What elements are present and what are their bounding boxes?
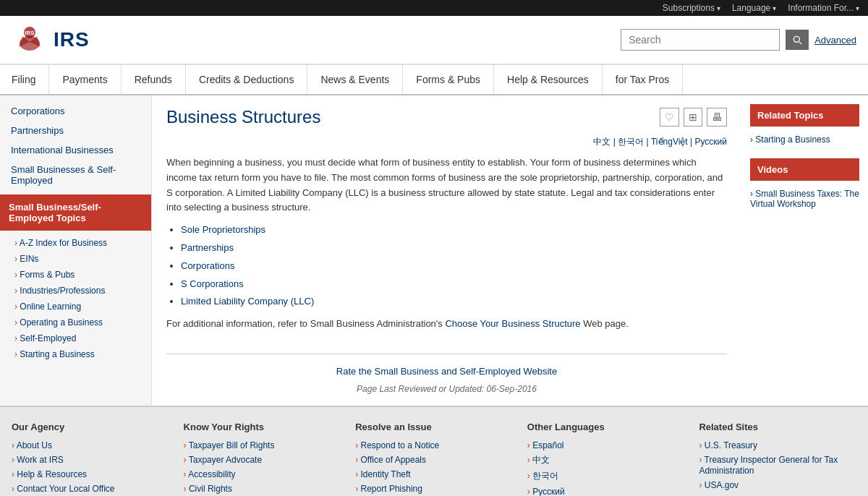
search-button[interactable] xyxy=(786,30,809,50)
print-button[interactable]: 🖶 xyxy=(707,108,727,127)
sidebar-starting-business[interactable]: Starting a Business xyxy=(0,346,151,362)
footer-office-appeals[interactable]: Office of Appeals xyxy=(355,455,426,465)
logo-text: IRS xyxy=(54,28,90,51)
sidebar-small-businesses[interactable]: Small Businesses & Self-Employed xyxy=(0,160,151,190)
sidebar-forms-pubs[interactable]: Forms & Pubs xyxy=(0,267,151,283)
svg-text:IRS: IRS xyxy=(25,30,35,36)
nav-payments[interactable]: Payments xyxy=(49,65,121,94)
link-sole-proprietorships[interactable]: Sole Proprietorships xyxy=(181,224,265,235)
footer-related-sites-heading: Related Sites xyxy=(699,422,856,432)
footer-chinese[interactable]: 中文 xyxy=(527,455,550,465)
footer-columns: Our Agency About Us Work at IRS Help & R… xyxy=(12,422,856,496)
nav-filing[interactable]: Filing xyxy=(0,65,49,94)
footer-our-agency-heading: Our Agency xyxy=(12,422,169,432)
sidebar-self-employed[interactable]: Self-Employed xyxy=(0,330,151,346)
sidebar-eins[interactable]: EINs xyxy=(0,251,151,267)
footer-respond-notice[interactable]: Respond to a Notice xyxy=(355,440,439,450)
sidebar-sub-links: A-Z Index for Business EINs Forms & Pubs… xyxy=(0,235,151,362)
footer-contact-local-office[interactable]: Contact Your Local Office xyxy=(12,484,115,494)
content-actions: ♡ ⊞ 🖶 xyxy=(660,108,727,127)
footer-taxpayer-advocate[interactable]: Taxpayer Advocate xyxy=(184,455,263,465)
footer-identity-theft[interactable]: Identity Theft xyxy=(355,469,411,479)
subscriptions-arrow: ▾ xyxy=(717,4,720,12)
information-for-btn[interactable]: Information For... ▾ xyxy=(788,3,859,13)
footer-accessibility[interactable]: Accessibility xyxy=(184,469,236,479)
footer-work-at-irs[interactable]: Work at IRS xyxy=(12,455,64,465)
footer-resolve-issue-heading: Resolve an Issue xyxy=(355,422,513,432)
sidebar: Corporations Partnerships International … xyxy=(0,95,152,406)
link-partnerships[interactable]: Partnerships xyxy=(181,242,234,253)
logo[interactable]: IRS IRS xyxy=(12,22,90,58)
language-arrow: ▾ xyxy=(773,4,776,12)
footer-usa-gov[interactable]: USA.gov xyxy=(699,480,739,490)
choose-business-structure-link[interactable]: Choose Your Business Structure xyxy=(445,318,580,329)
link-llc[interactable]: Limited Liability Company (LLC) xyxy=(181,296,314,307)
footer-know-your-rights: Know Your Rights Taxpayer Bill of Rights… xyxy=(184,422,341,496)
additional-info-paragraph: For additional information, refer to Sma… xyxy=(166,317,727,332)
videos-box: Videos xyxy=(750,158,859,181)
sidebar-top-section: Corporations Partnerships International … xyxy=(0,101,151,190)
language-links: 中文 | 한국어 | TiếngViệt | Русский xyxy=(166,136,727,148)
sidebar-active-section: Small Business/Self-Employed Topics xyxy=(0,194,151,231)
footer-help-resources[interactable]: Help & Resources xyxy=(12,469,87,479)
bookmark-button[interactable]: ♡ xyxy=(660,108,679,127)
nav-refunds[interactable]: Refunds xyxy=(122,65,186,94)
footer-other-languages-heading: Other Languages xyxy=(527,422,685,432)
sidebar-industries[interactable]: Industries/Professions xyxy=(0,283,151,299)
footer-civil-rights[interactable]: Civil Rights xyxy=(184,484,232,494)
content-area: Business Structures ♡ ⊞ 🖶 中文 | 한국어 | Tiế… xyxy=(152,95,741,406)
header: IRS IRS Advanced xyxy=(0,16,868,64)
nav-help-resources[interactable]: Help & Resources xyxy=(494,65,603,94)
sidebar-az-index[interactable]: A-Z Index for Business xyxy=(0,235,151,251)
content-body: When beginning a business, you must deci… xyxy=(166,155,727,332)
subscriptions-btn[interactable]: Subscriptions ▾ xyxy=(663,3,720,13)
sidebar-operating-business[interactable]: Operating a Business xyxy=(0,315,151,330)
language-btn[interactable]: Language ▾ xyxy=(732,3,776,13)
nav-credits-deductions[interactable]: Credits & Deductions xyxy=(186,65,308,94)
footer-resolve-issue: Resolve an Issue Respond to a Notice Off… xyxy=(355,422,513,496)
lang-russian[interactable]: Русский xyxy=(694,137,727,147)
lang-chinese[interactable]: 中文 xyxy=(593,137,610,147)
sidebar-online-learning[interactable]: Online Learning xyxy=(0,299,151,315)
related-topics-box: Related Topics xyxy=(750,104,859,127)
footer-espanol[interactable]: Español xyxy=(527,440,564,450)
footer-about-us[interactable]: About Us xyxy=(12,440,52,450)
video-small-business-taxes[interactable]: Small Business Taxes: The Virtual Worksh… xyxy=(750,187,859,211)
footer-our-agency: Our Agency About Us Work at IRS Help & R… xyxy=(12,422,169,496)
content-header: Business Structures ♡ ⊞ 🖶 xyxy=(166,107,727,127)
footer-russian[interactable]: Русский xyxy=(527,487,565,496)
main-nav: Filing Payments Refunds Credits & Deduct… xyxy=(0,64,868,95)
information-for-arrow: ▾ xyxy=(856,4,859,12)
link-s-corporations[interactable]: S Corporations xyxy=(181,278,244,289)
search-icon xyxy=(791,34,803,46)
page-title: Business Structures xyxy=(166,107,660,127)
footer-us-treasury[interactable]: U.S. Treasury xyxy=(699,440,757,450)
lang-korean[interactable]: 한국어 xyxy=(618,137,644,147)
page-updated: Page Last Reviewed or Updated: 06-Sep-20… xyxy=(166,384,727,394)
rate-section: Rate the Small Business and Self-Employe… xyxy=(166,354,727,394)
lang-vietnamese[interactable]: TiếngViệt xyxy=(651,137,688,147)
footer-report-phishing[interactable]: Report Phishing xyxy=(355,484,422,494)
intro-paragraph: When beginning a business, you must deci… xyxy=(166,155,727,215)
irs-eagle-icon: IRS xyxy=(12,22,48,58)
link-corporations[interactable]: Corporations xyxy=(181,260,234,271)
footer-korean[interactable]: 한국어 xyxy=(527,471,558,481)
footer-other-languages: Other Languages Español 中文 한국어 Русский T… xyxy=(527,422,685,496)
footer-related-sites: Related Sites U.S. Treasury Treasury Ins… xyxy=(699,422,856,496)
sidebar-corporations[interactable]: Corporations xyxy=(0,101,151,121)
footer-treasury-inspector[interactable]: Treasury Inspector General for Tax Admin… xyxy=(699,455,838,476)
nav-for-tax-pros[interactable]: for Tax Pros xyxy=(603,65,683,94)
sidebar-international-businesses[interactable]: International Businesses xyxy=(0,140,151,160)
search-input[interactable] xyxy=(621,29,780,51)
business-types-list: Sole Proprietorships Partnerships Corpor… xyxy=(181,223,727,309)
search-area: Advanced xyxy=(621,29,856,51)
sidebar-partnerships[interactable]: Partnerships xyxy=(0,121,151,140)
rate-website-link[interactable]: Rate the Small Business and Self-Employe… xyxy=(336,366,557,377)
nav-news-events[interactable]: News & Events xyxy=(307,65,403,94)
nav-forms-pubs[interactable]: Forms & Pubs xyxy=(403,65,494,94)
related-starting-business[interactable]: Starting a Business xyxy=(750,132,859,147)
footer-taxpayer-bill-of-rights[interactable]: Taxpayer Bill of Rights xyxy=(184,440,275,450)
footer: Our Agency About Us Work at IRS Help & R… xyxy=(0,406,868,496)
share-button[interactable]: ⊞ xyxy=(684,108,702,127)
advanced-search-link[interactable]: Advanced xyxy=(814,35,856,46)
